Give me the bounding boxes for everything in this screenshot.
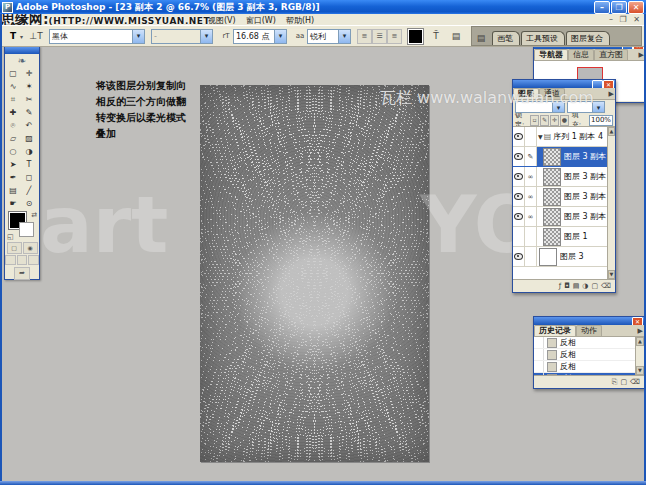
tool-preset-arrow-icon[interactable]: ▾ [20, 33, 23, 40]
layer-thumbnail[interactable] [543, 148, 561, 166]
dodge-tool-icon[interactable]: ◑ [21, 145, 37, 158]
minimize-button[interactable]: – [594, 1, 610, 14]
layer-thumbnail[interactable] [543, 228, 561, 246]
layers-scrollbar[interactable]: ▲ ▼ [607, 127, 615, 279]
layer-style-icon[interactable]: ƒ [559, 282, 561, 290]
close-button[interactable]: ✕ [628, 1, 644, 14]
tab-layer-comps[interactable]: 图层复合 [566, 31, 610, 45]
layers-title-bar[interactable]: ✕ [513, 80, 615, 88]
history-scrollbar[interactable]: ▲ ▼ [635, 337, 644, 375]
history-brush-source-icon[interactable]: ✎ [534, 373, 544, 375]
tab-actions[interactable]: 动作 [576, 325, 602, 336]
align-right-button[interactable]: ≡ [387, 29, 402, 44]
new-layer-icon[interactable]: ▢ [591, 282, 598, 290]
standard-mode-button[interactable]: ▢ [7, 242, 22, 254]
document-canvas[interactable] [200, 85, 429, 462]
layer-row-selected[interactable]: ✎ 图层 3 副本 3 [513, 147, 615, 167]
font-size-select[interactable]: 16.68 点▾ [233, 29, 287, 44]
visibility-toggle[interactable] [513, 127, 525, 146]
new-group-icon[interactable]: ▤ [573, 282, 580, 290]
layer-row[interactable]: ∞ 图层 3 副本 [513, 207, 615, 227]
default-colors-icon[interactable]: ◱ [7, 233, 14, 241]
layer-mask-icon[interactable]: ◘ [564, 282, 570, 290]
toolbox-title-bar[interactable] [5, 47, 39, 54]
warp-text-icon[interactable]: T̃ [429, 29, 443, 43]
fill-value-field[interactable]: 100% [589, 115, 613, 126]
swap-colors-icon[interactable]: ⇄ [31, 211, 37, 219]
history-step-label[interactable]: 反相 [560, 337, 576, 348]
scroll-up-icon[interactable]: ▲ [608, 127, 615, 136]
history-step[interactable]: 反相 [534, 349, 644, 361]
font-family-select[interactable]: 黑体▾ [49, 29, 145, 44]
lock-all-icon[interactable]: ● [560, 115, 569, 126]
layer-thumbnail[interactable] [543, 168, 561, 186]
font-style-select[interactable]: -▾ [151, 29, 213, 44]
visibility-toggle[interactable] [513, 147, 525, 166]
layer-thumbnail[interactable] [543, 208, 561, 226]
layer-row[interactable]: ∞ 图层 3 副本 2 [513, 187, 615, 207]
new-document-from-state-icon[interactable]: ⎘ [612, 378, 618, 386]
healing-brush-tool-icon[interactable]: ✚ [5, 106, 21, 119]
crop-tool-icon[interactable]: ⌗ [5, 93, 21, 106]
magic-wand-tool-icon[interactable]: ✶ [21, 80, 37, 93]
tab-history[interactable]: 历史记录 [534, 325, 576, 336]
tab-histogram[interactable]: 直方图 [594, 49, 628, 60]
slice-tool-icon[interactable]: ✂ [21, 93, 37, 106]
document-window-controls[interactable]: – ❐ ✕ [609, 15, 642, 24]
path-selection-tool-icon[interactable]: ➤ [5, 158, 21, 171]
restore-button[interactable]: ❐ [611, 1, 627, 14]
visibility-toggle[interactable] [513, 187, 525, 206]
type-tool-icon[interactable]: T [6, 29, 20, 43]
history-step[interactable]: 反相 [534, 337, 644, 349]
text-orientation-icon[interactable]: ⊥T [29, 29, 43, 43]
scroll-up-icon[interactable]: ▲ [636, 337, 644, 346]
layer-name[interactable]: 图层 3 副本 [564, 211, 606, 222]
lock-position-icon[interactable]: ✛ [550, 115, 559, 126]
text-color-swatch[interactable] [408, 29, 423, 44]
expand-triangle-icon[interactable]: ▼ [538, 133, 543, 140]
pen-tool-icon[interactable]: ✒ [5, 171, 21, 184]
history-step-label[interactable]: 反相 [560, 373, 576, 375]
panel-menu-icon[interactable]: ▶ [638, 327, 643, 335]
clone-stamp-tool-icon[interactable]: ⌾ [5, 119, 21, 132]
fullscreen-mode-button[interactable] [28, 255, 39, 265]
notes-tool-icon[interactable]: ▤ [5, 184, 21, 197]
history-step-selected[interactable]: ✎ 反相 [534, 373, 644, 375]
standard-screen-mode-button[interactable] [5, 255, 16, 265]
layer-group-row[interactable]: ▼ ▤ 序列 1 副本 4 [513, 127, 615, 147]
history-step-label[interactable]: 反相 [560, 361, 576, 372]
file-browser-icon[interactable]: ▤ [474, 31, 488, 45]
antialias-select[interactable]: 锐利▾ [307, 29, 351, 44]
eraser-tool-icon[interactable]: ▱ [5, 132, 21, 145]
lasso-tool-icon[interactable]: ∿ [5, 80, 21, 93]
layer-thumbnail[interactable] [543, 188, 561, 206]
layer-name[interactable]: 图层 1 [564, 231, 588, 242]
hand-tool-icon[interactable]: ☛ [5, 197, 21, 210]
fullscreen-menubar-mode-button[interactable] [17, 255, 28, 265]
history-brush-tool-icon[interactable]: ↶ [21, 119, 37, 132]
layer-name[interactable]: 图层 3 [560, 251, 584, 262]
jump-to-imageready-button[interactable]: ➦ [14, 267, 30, 280]
scroll-down-icon[interactable]: ▼ [636, 366, 644, 375]
visibility-toggle[interactable] [513, 207, 525, 226]
tab-brushes[interactable]: 画笔 [492, 31, 520, 45]
history-step-label[interactable]: 反相 [560, 349, 576, 360]
visibility-toggle[interactable] [513, 247, 525, 266]
zoom-tool-icon[interactable]: ⊙ [21, 197, 37, 210]
history-title-bar[interactable]: ✕ [534, 317, 644, 325]
history-step[interactable]: 反相 [534, 361, 644, 373]
quick-mask-mode-button[interactable]: ◉ [23, 242, 38, 254]
background-color-swatch[interactable] [19, 222, 34, 237]
scroll-down-icon[interactable]: ▼ [608, 270, 615, 279]
brush-tool-icon[interactable]: ✎ [21, 106, 37, 119]
delete-state-icon[interactable]: ⌫ [630, 378, 640, 386]
tab-info[interactable]: 信息 [568, 49, 594, 60]
tab-tool-presets[interactable]: 工具预设 [521, 31, 565, 45]
layer-row[interactable]: 图层 1 [513, 227, 615, 247]
layer-row[interactable]: ∞ 图层 3 副本 4 [513, 167, 615, 187]
panel-menu-icon[interactable]: ▶ [609, 90, 614, 98]
lock-transparency-icon[interactable]: ▫ [530, 115, 539, 126]
tab-navigator[interactable]: 导航器 [534, 49, 568, 60]
layer-thumbnail[interactable] [539, 248, 557, 266]
align-left-button[interactable]: ≡ [357, 29, 372, 44]
